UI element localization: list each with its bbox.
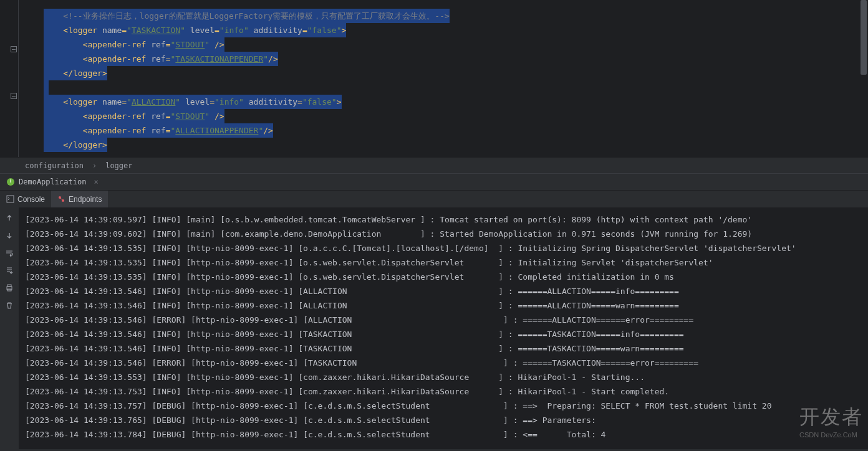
- log-line: [2023-06-14 14:39:13.546] [INFO] [http-n…: [25, 298, 868, 313]
- run-tab-label: DemoApplication: [19, 178, 86, 186]
- tool-panel-tabs: Console Endpoints: [0, 190, 868, 207]
- scroll-down-icon[interactable]: [2, 229, 16, 242]
- log-line: [2023-06-14 14:39:13.546] [ERROR] [http-…: [25, 313, 868, 327]
- tab-console[interactable]: Console: [0, 191, 51, 207]
- fold-collapse-icon[interactable]: [11, 46, 17, 52]
- editor-gutter: [0, 0, 19, 157]
- scroll-up-icon[interactable]: [2, 211, 16, 225]
- trash-icon[interactable]: [2, 298, 16, 312]
- close-icon[interactable]: ×: [94, 178, 98, 186]
- print-icon[interactable]: [2, 281, 16, 295]
- log-line: [2023-06-14 14:39:13.546] [ERROR] [http-…: [25, 356, 868, 370]
- scrollbar-thumb[interactable]: [861, 0, 867, 75]
- code-line[interactable]: </logger>: [44, 66, 868, 80]
- breadcrumb: configuration › logger: [0, 157, 868, 173]
- code-line[interactable]: <logger name="ALLACTION" level="info" ad…: [44, 95, 868, 109]
- log-line: [2023-06-14 14:39:13.753] [INFO] [http-n…: [25, 384, 868, 399]
- log-line: [2023-06-14 14:39:13.546] [INFO] [http-n…: [25, 327, 868, 341]
- tab-label: Console: [17, 195, 45, 204]
- log-line: [2023-06-14 14:39:09.597] [INFO] [main] …: [25, 212, 868, 227]
- code-line[interactable]: <logger name="TASKACTION" level="info" a…: [44, 23, 868, 37]
- code-line[interactable]: [44, 80, 868, 95]
- run-tab-bar: DemoApplication ×: [0, 173, 868, 190]
- code-line[interactable]: <appender-ref ref="ALLACTIONAPPENDER"/>: [44, 123, 868, 138]
- svg-rect-5: [7, 285, 11, 287]
- log-line: [2023-06-14 14:39:13.535] [INFO] [http-n…: [25, 241, 868, 255]
- log-line: [2023-06-14 14:39:13.535] [INFO] [http-n…: [25, 270, 868, 284]
- editor-scrollbar[interactable]: [859, 0, 868, 157]
- breadcrumb-item[interactable]: logger: [105, 161, 132, 170]
- console-output[interactable]: [2023-06-14 14:39:09.597] [INFO] [main] …: [19, 207, 868, 449]
- log-line: [2023-06-14 14:39:13.757] [DEBUG] [http-…: [25, 399, 868, 413]
- log-line: [2023-06-14 14:39:13.535] [INFO] [http-n…: [25, 255, 868, 270]
- soft-wrap-icon[interactable]: [2, 246, 16, 260]
- endpoints-icon: [57, 195, 65, 203]
- code-content[interactable]: <!--业务操作日志，logger的配置就是LoggerFactory需要的模板…: [19, 0, 868, 157]
- tab-label: Endpoints: [69, 195, 102, 204]
- run-tab-demoapplication[interactable]: DemoApplication ×: [0, 174, 105, 190]
- code-line[interactable]: <appender-ref ref="TASKACTIONAPPENDER"/>: [44, 52, 868, 66]
- console-toolbar: [0, 207, 19, 449]
- spring-boot-icon: [6, 178, 15, 186]
- code-line[interactable]: </logger>: [44, 138, 868, 152]
- log-line: [2023-06-14 14:39:13.546] [INFO] [http-n…: [25, 341, 868, 356]
- log-line: [2023-06-14 14:39:13.546] [INFO] [http-n…: [25, 284, 868, 298]
- chevron-right-icon: ›: [92, 161, 97, 170]
- log-line: [2023-06-14 14:39:13.765] [DEBUG] [http-…: [25, 413, 868, 427]
- console-icon: [6, 195, 14, 203]
- log-line: [2023-06-14 14:39:09.602] [INFO] [main] …: [25, 227, 868, 241]
- code-line[interactable]: <appender-ref ref="STDOUT" />: [44, 109, 868, 123]
- code-line[interactable]: <!--业务操作日志，logger的配置就是LoggerFactory需要的模板…: [44, 9, 868, 23]
- log-line: [2023-06-14 14:39:13.784] [DEBUG] [http-…: [25, 427, 868, 442]
- tab-endpoints[interactable]: Endpoints: [51, 191, 108, 207]
- code-line[interactable]: <appender-ref ref="STDOUT" />: [44, 37, 868, 52]
- log-line: [2023-06-14 14:39:13.553] [INFO] [http-n…: [25, 370, 868, 384]
- fold-collapse-icon[interactable]: [11, 93, 17, 99]
- breadcrumb-item[interactable]: configuration: [25, 161, 84, 170]
- svg-rect-1: [7, 196, 14, 202]
- code-editor[interactable]: <!--业务操作日志，logger的配置就是LoggerFactory需要的模板…: [0, 0, 868, 157]
- console-panel: [2023-06-14 14:39:09.597] [INFO] [main] …: [0, 207, 868, 449]
- scroll-to-end-icon[interactable]: [2, 263, 16, 277]
